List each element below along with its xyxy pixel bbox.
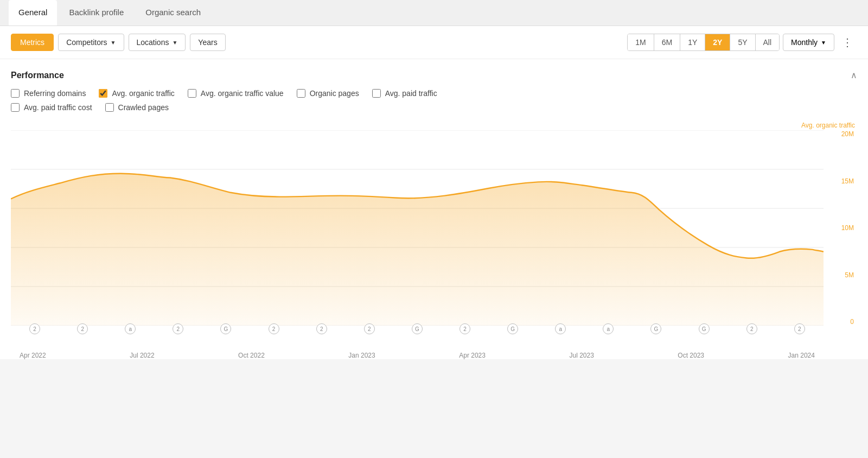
- marker-16: 2: [794, 323, 805, 334]
- avg-paid-label: Avg. paid traffic: [385, 89, 437, 98]
- checkbox-avg-paid-cost[interactable]: Avg. paid traffic cost: [11, 103, 92, 112]
- marker-11: a: [555, 323, 566, 334]
- checkbox-crawled[interactable]: Crawled pages: [105, 103, 169, 112]
- monthly-dropdown[interactable]: Monthly ▼: [783, 34, 834, 51]
- marker-5: 2: [269, 323, 279, 334]
- tab-backlink[interactable]: Backlink profile: [59, 0, 133, 26]
- avg-organic-checkbox[interactable]: [99, 89, 107, 98]
- competitors-button[interactable]: Competitors ▼: [58, 34, 124, 51]
- checkbox-avg-organic-val[interactable]: Avg. organic traffic value: [188, 89, 284, 98]
- marker-1: 2: [77, 323, 88, 334]
- years-button[interactable]: Years: [190, 34, 225, 51]
- event-markers-row: 2 2 a 2 G 2 2 2 G 2 G a a G G 2 2: [11, 323, 824, 334]
- marker-10: G: [507, 323, 518, 334]
- x-label-jan2024: Jan 2024: [788, 352, 815, 359]
- marker-0: 2: [29, 323, 40, 334]
- marker-3: 2: [173, 323, 183, 334]
- locations-chevron-icon: ▼: [172, 40, 177, 46]
- time-2y[interactable]: 2Y: [705, 34, 730, 50]
- time-1y[interactable]: 1Y: [680, 34, 705, 50]
- competitors-chevron-icon: ▼: [111, 40, 116, 46]
- marker-7: 2: [364, 323, 375, 334]
- crawled-label: Crawled pages: [118, 103, 169, 112]
- avg-paid-cost-label: Avg. paid traffic cost: [24, 103, 92, 112]
- marker-12: a: [603, 323, 614, 334]
- monthly-chevron-icon: ▼: [821, 40, 826, 46]
- performance-section: Performance ∧ Referring domains Avg. org…: [0, 59, 868, 359]
- x-axis-area: 2 2 a 2 G 2 2 2 G 2 G a a G G 2 2: [11, 321, 824, 359]
- referring-checkbox[interactable]: [11, 89, 20, 98]
- y-label-15m: 15M: [841, 177, 854, 185]
- marker-9: 2: [459, 323, 470, 334]
- tab-general[interactable]: General: [9, 0, 57, 26]
- time-5y[interactable]: 5Y: [730, 34, 755, 50]
- competitors-label: Competitors: [66, 38, 107, 47]
- avg-organic-label: Avg. organic traffic: [112, 89, 174, 98]
- time-6m[interactable]: 6M: [654, 34, 680, 50]
- y-label-5m: 5M: [845, 271, 854, 279]
- avg-organic-val-checkbox[interactable]: [188, 89, 196, 98]
- checkboxes-row2: Avg. paid traffic cost Crawled pages: [11, 103, 857, 112]
- time-button-group: 1M 6M 1Y 2Y 5Y All: [627, 34, 780, 51]
- avg-paid-cost-checkbox[interactable]: [11, 103, 20, 112]
- marker-13: G: [650, 323, 661, 334]
- toolbar: Metrics Competitors ▼ Locations ▼ Years …: [0, 26, 868, 59]
- checkbox-organic-pages[interactable]: Organic pages: [297, 89, 359, 98]
- checkbox-avg-paid[interactable]: Avg. paid traffic: [372, 89, 437, 98]
- toolbar-left: Metrics Competitors ▼ Locations ▼ Years: [11, 34, 226, 51]
- x-label-oct2022: Oct 2022: [238, 352, 265, 359]
- metrics-button[interactable]: Metrics: [11, 34, 54, 51]
- locations-button[interactable]: Locations ▼: [129, 34, 186, 51]
- x-label-jul2023: Jul 2023: [569, 352, 593, 359]
- y-axis-labels: 20M 15M 10M 5M 0: [826, 130, 857, 326]
- x-label-apr2023: Apr 2023: [459, 352, 486, 359]
- checkboxes-row1: Referring domains Avg. organic traffic A…: [11, 89, 857, 98]
- monthly-label: Monthly: [791, 38, 818, 47]
- y-label-0: 0: [850, 318, 854, 326]
- marker-6: 2: [316, 323, 327, 334]
- time-1m[interactable]: 1M: [628, 34, 654, 50]
- x-label-oct2023: Oct 2023: [678, 352, 704, 359]
- avg-organic-val-label: Avg. organic traffic value: [201, 89, 284, 98]
- collapse-button[interactable]: ∧: [851, 70, 857, 80]
- performance-header: Performance ∧: [11, 70, 857, 80]
- tab-organic[interactable]: Organic search: [136, 0, 210, 26]
- checkbox-avg-organic[interactable]: Avg. organic traffic: [99, 89, 174, 98]
- x-labels-row: Apr 2022 Jul 2022 Oct 2022 Jan 2023 Apr …: [11, 352, 824, 359]
- y-label-20m: 20M: [841, 130, 854, 138]
- time-all[interactable]: All: [756, 34, 780, 50]
- marker-14: G: [699, 323, 710, 334]
- avg-paid-checkbox[interactable]: [372, 89, 381, 98]
- marker-2: a: [125, 323, 136, 334]
- main-content: Metrics Competitors ▼ Locations ▼ Years …: [0, 26, 868, 359]
- organic-pages-label: Organic pages: [310, 89, 359, 98]
- toolbar-right: 1M 6M 1Y 2Y 5Y All Monthly ▼ ⋮: [627, 34, 857, 51]
- y-label-10m: 10M: [841, 224, 854, 232]
- locations-label: Locations: [137, 38, 169, 47]
- chart-y-axis-label: Avg. organic traffic: [801, 122, 855, 129]
- x-label-apr2022: Apr 2022: [20, 352, 46, 359]
- years-label: Years: [198, 38, 217, 47]
- more-options-button[interactable]: ⋮: [838, 34, 857, 51]
- referring-label: Referring domains: [24, 89, 86, 98]
- top-tabs-bar: General Backlink profile Organic search: [0, 0, 868, 26]
- x-label-jan2023: Jan 2023: [348, 352, 375, 359]
- organic-pages-checkbox[interactable]: [297, 89, 305, 98]
- crawled-checkbox[interactable]: [105, 103, 114, 112]
- checkbox-referring[interactable]: Referring domains: [11, 89, 86, 98]
- x-label-jul2022: Jul 2022: [130, 352, 154, 359]
- chart-wrapper: Avg. organic traffic: [11, 120, 857, 359]
- marker-8: G: [412, 323, 423, 334]
- chart-svg: [11, 130, 824, 326]
- marker-15: 2: [746, 323, 757, 334]
- marker-4: G: [220, 323, 231, 334]
- performance-title: Performance: [11, 71, 64, 80]
